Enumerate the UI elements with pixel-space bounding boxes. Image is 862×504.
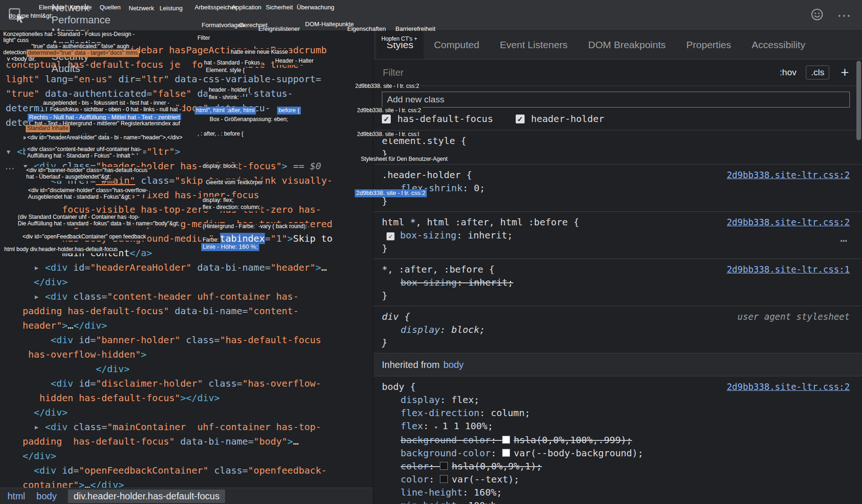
- add-new-class-input[interactable]: [382, 92, 850, 108]
- dom-tree-line[interactable]: header">…</div>: [0, 318, 373, 333]
- dom-tree-line[interactable]: <div id="banner-holder" class="has-defau…: [0, 333, 373, 347]
- devtools-window: ElementsConsoleSourcesNetworkPerformance…: [0, 0, 862, 504]
- css-property[interactable]: flex: ▸1 1 100%;: [373, 419, 862, 433]
- inspect-element-icon[interactable]: [7, 6, 26, 25]
- dom-tree-line[interactable]: light" lang="en-us" dir="ltr" data-css-v…: [0, 72, 373, 86]
- css-property[interactable]: flex-shrink: 0;: [373, 181, 862, 194]
- dom-tree-line[interactable]: determined="true" data-target="docs" dat…: [0, 101, 373, 115]
- tab-dom-breakpoints[interactable]: DOM Breakpoints: [578, 31, 676, 59]
- css-property[interactable]: line-height: 160%;: [373, 486, 862, 499]
- breadcrumb-item-html[interactable]: html: [7, 491, 25, 502]
- dom-tree-line[interactable]: has-overflow-hidden">: [0, 347, 373, 362]
- css-property[interactable]: min-height: 100vh;: [373, 499, 862, 504]
- dom-tree-line[interactable]: </div>: [0, 275, 373, 289]
- css-property[interactable]: ✓box-sizing: inherit;: [373, 229, 862, 242]
- dom-tree-line[interactable]: right-zero has-padding-medium has-text-c…: [0, 217, 373, 231]
- dom-tree-line[interactable]: "true" data-authenticated="false" data-a…: [0, 86, 373, 101]
- dom-tree-line[interactable]: <div id="openFeedbackContainer" class="o…: [0, 463, 373, 478]
- breadcrumb-item-div-header-holder-has-default-focus[interactable]: div.header-holder.has-default-focus: [68, 490, 225, 503]
- css-property-name: display: [401, 394, 440, 405]
- css-property[interactable]: background-color: hsla(0,0%,100%,.999);: [373, 433, 862, 446]
- stylesheet-link[interactable]: 2d9bb338.site-ltr.css:1: [727, 263, 850, 276]
- dom-tree-line[interactable]: ▾ <html class="hasSidebar hasPageActions…: [0, 43, 373, 58]
- color-swatch[interactable]: [440, 475, 448, 483]
- more-options-icon[interactable]: ⋯: [837, 8, 852, 22]
- scrollbar-thumb[interactable]: [856, 61, 861, 140]
- css-rule: body {2d9bb338.site-ltr.css:2display: fl…: [373, 376, 862, 504]
- styles-filter-input[interactable]: [382, 67, 770, 79]
- css-rule-close-brace: }: [373, 336, 862, 349]
- css-selector[interactable]: *, :after, :before {: [382, 263, 495, 276]
- css-selector[interactable]: div {: [382, 310, 410, 323]
- css-property[interactable]: background-color: var(--body-background)…: [373, 446, 862, 460]
- checkbox-checked-icon[interactable]: ✓: [516, 115, 525, 123]
- dom-tree-line[interactable]: <div id="disclaimer-holder" class="has-o…: [0, 376, 373, 391]
- stylesheet-link[interactable]: 2d9bb338.site-ltr.css:2: [727, 380, 850, 393]
- dom-tree-line[interactable]: ▸ <div class="mainContainer uhf-containe…: [0, 420, 373, 434]
- color-swatch[interactable]: [440, 462, 448, 470]
- toggle-element-state-button[interactable]: :hov: [780, 67, 796, 78]
- dom-tree-line[interactable]: </div>: [0, 362, 373, 376]
- element-classes-pane: ✓has-default-focus✓header-holder: [373, 86, 862, 130]
- dom-tree-line[interactable]: conceptual has-default-focus je focus-vi…: [0, 58, 373, 72]
- inherited-from-node-link[interactable]: body: [443, 360, 463, 370]
- css-property-value: var(--body-background): [514, 447, 638, 459]
- dom-tree-line[interactable]: ▾ <body lang="en-us" dir="ltr">: [0, 144, 373, 159]
- css-selector[interactable]: html *, html :after, html :before {: [382, 216, 579, 229]
- property-checkbox[interactable]: ✓: [387, 232, 394, 240]
- dom-tree-line[interactable]: </div>: [0, 449, 373, 463]
- devtools-tab-performance[interactable]: Performance: [51, 14, 111, 26]
- class-toggle-header-holder[interactable]: ✓header-holder: [516, 113, 605, 124]
- dom-tree-line[interactable]: ▸ <div class="content-header uhf-contain…: [0, 289, 373, 304]
- dom-tree-line[interactable]: focus-visible has-top-zero has-left-zero…: [0, 202, 373, 217]
- css-property-value: 160%: [474, 487, 497, 498]
- dom-tree-line[interactable]: main content</a>: [0, 246, 373, 260]
- dom-tree-line[interactable]: ▾ <div class="header-holder has-default-…: [0, 159, 373, 173]
- tab-accessibility[interactable]: Accessibility: [741, 31, 815, 59]
- color-swatch[interactable]: [502, 449, 510, 457]
- css-rule-header: element.style {: [373, 134, 862, 147]
- color-swatch[interactable]: [502, 436, 510, 444]
- tab-properties[interactable]: Properties: [676, 31, 742, 59]
- dom-tree-line[interactable]: ▸ <head>…</head>: [0, 130, 373, 144]
- stylesheet-link[interactable]: 2d9bb338.site-ltr.css:2: [727, 168, 850, 181]
- feedback-smiley-icon[interactable]: [810, 7, 824, 23]
- dom-tree-line[interactable]: hidden has-default-focus"></div>: [0, 391, 373, 405]
- dom-tree-line[interactable]: has-body-background-medium" tabindex="1"…: [0, 231, 373, 246]
- tab-event-listeners[interactable]: Event Listeners: [489, 31, 578, 59]
- dom-tree-line[interactable]: ▸ <div id="headerAreaHolder" data-bi-nam…: [0, 260, 373, 275]
- dom-tree-line[interactable]: padding has-default-focus" data-bi-name=…: [0, 434, 373, 449]
- css-rule: .header-holder {2d9bb338.site-ltr.css:2f…: [373, 165, 862, 212]
- css-property[interactable]: box-sizing: inherit;: [373, 276, 862, 289]
- css-property-value: 1 1 100%: [442, 420, 487, 432]
- css-selector[interactable]: .header-holder {: [382, 168, 472, 181]
- css-property[interactable]: display: block;: [373, 323, 862, 336]
- dom-tree-line[interactable]: -focused is-fixed has-inner-focus: [0, 188, 373, 202]
- css-property[interactable]: flex-direction: column;: [373, 406, 862, 419]
- css-property[interactable]: display: flex;: [373, 393, 862, 406]
- checkbox-checked-icon[interactable]: ✓: [382, 115, 391, 123]
- css-property[interactable]: color: hsla(0,0%,9%,1);: [373, 460, 862, 473]
- dom-tree-line[interactable]: padding has-default-focus" data-bi-name=…: [0, 304, 373, 318]
- class-toggle-has-default-focus[interactable]: ✓has-default-focus: [382, 113, 493, 124]
- expand-value-icon[interactable]: ▸: [434, 423, 438, 431]
- css-selector[interactable]: body {: [382, 380, 416, 393]
- styles-sidebar: StylesComputedEvent ListenersDOM Breakpo…: [373, 31, 862, 504]
- css-rule: *, :after, :before {2d9bb338.site-ltr.cs…: [373, 259, 862, 306]
- css-selector[interactable]: element.style {: [382, 134, 467, 147]
- rule-more-actions-icon[interactable]: ⋯: [840, 235, 848, 246]
- new-style-rule-button[interactable]: +: [840, 65, 849, 79]
- user-agent-stylesheet-label: user agent stylesheet: [738, 310, 850, 323]
- dom-tree-line[interactable]: detection="none">: [0, 115, 373, 130]
- devtools-tab-network[interactable]: Network: [51, 2, 111, 14]
- styles-scrollbar[interactable]: [856, 61, 861, 323]
- css-property[interactable]: color: var(--text);: [373, 473, 862, 486]
- dom-tree-line[interactable]: <a href="#main" class="skip-to-main-link…: [0, 173, 373, 188]
- tab-computed[interactable]: Computed: [424, 31, 489, 59]
- dom-tree-line[interactable]: </div>: [0, 405, 373, 420]
- tab-styles[interactable]: Styles: [376, 31, 424, 59]
- element-classes-button[interactable]: .cls: [806, 65, 830, 79]
- breadcrumb-item-body[interactable]: body: [37, 491, 57, 502]
- stylesheet-link[interactable]: 2d9bb338.site-ltr.css:2: [727, 216, 850, 229]
- css-rule-header: html *, html :after, html :before {2d9bb…: [373, 216, 862, 229]
